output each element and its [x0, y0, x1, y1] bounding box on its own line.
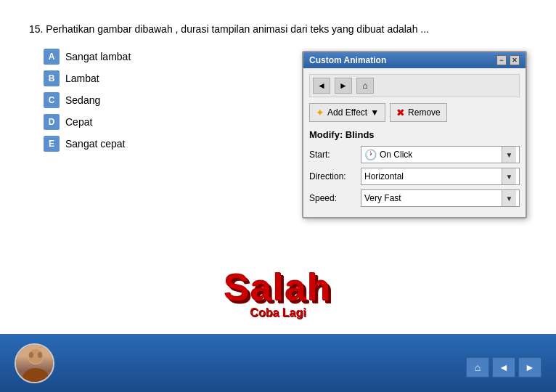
- add-effect-label: Add Effect: [327, 107, 367, 118]
- answer-text-e: Sangat cepat: [65, 138, 126, 150]
- direction-select[interactable]: Horizontal ▼: [361, 168, 520, 185]
- next-nav-button[interactable]: ►: [518, 357, 541, 377]
- clock-icon: 🕐: [364, 149, 377, 160]
- effect-buttons-row: ✦ Add Effect ▼ ✖ Remove: [309, 103, 520, 122]
- direction-label: Direction:: [309, 171, 356, 181]
- answer-text-b: Lambat: [65, 73, 99, 84]
- svg-point-3: [29, 352, 33, 358]
- start-dropdown-arrow[interactable]: ▼: [502, 147, 516, 163]
- salah-text: Salah: [224, 266, 332, 309]
- speed-value: Very Fast: [364, 193, 499, 203]
- home-icon: ⌂: [475, 362, 481, 373]
- start-select[interactable]: 🕐 On Click ▼: [361, 146, 520, 163]
- dialog-title: Custom Animation: [309, 55, 386, 65]
- home-nav-button[interactable]: ⌂: [466, 357, 489, 377]
- question-body: Perhatikan gambar dibawah , durasi tampi…: [46, 23, 429, 35]
- star-icon: ✦: [316, 107, 324, 118]
- speed-select[interactable]: Very Fast ▼: [361, 189, 520, 207]
- avatar-face: [16, 345, 53, 382]
- start-label: Start:: [309, 150, 356, 160]
- svg-point-4: [38, 352, 42, 358]
- dialog-titlebar: Custom Animation − ✕: [303, 52, 526, 68]
- start-value: On Click: [380, 150, 499, 160]
- salah-text-wrapper: Salah Salah: [224, 266, 332, 309]
- speed-label: Speed:: [309, 193, 356, 203]
- back-button[interactable]: ◄: [313, 78, 330, 94]
- dropdown-arrow-icon: ▼: [370, 107, 379, 118]
- answer-label-c: C: [44, 92, 60, 108]
- remove-button[interactable]: ✖ Remove: [390, 103, 447, 122]
- start-row: Start: 🕐 On Click ▼: [309, 146, 520, 163]
- add-effect-button[interactable]: ✦ Add Effect ▼: [309, 103, 385, 122]
- question-text: 15. Perhatikan gambar dibawah , durasi t…: [29, 22, 527, 37]
- speed-dropdown-arrow[interactable]: ▼: [502, 190, 516, 206]
- answer-label-a: A: [44, 49, 60, 65]
- direction-dropdown-arrow[interactable]: ▼: [502, 168, 516, 184]
- answer-label-e: E: [44, 136, 60, 152]
- bottom-bar: ⌂ ◄ ►: [0, 334, 556, 392]
- x-icon: ✖: [396, 107, 405, 118]
- answer-text-d: Cepat: [65, 116, 92, 128]
- prev-icon: ◄: [499, 362, 509, 373]
- answer-text-c: Sedang: [65, 94, 100, 106]
- custom-animation-dialog: Custom Animation − ✕ ◄ ► ⌂ ✦ Add Effect …: [302, 51, 527, 219]
- dialog-body: ◄ ► ⌂ ✦ Add Effect ▼ ✖ Remove Modify: Bl…: [303, 68, 526, 217]
- home-button[interactable]: ⌂: [356, 78, 374, 94]
- direction-row: Direction: Horizontal ▼: [309, 168, 520, 185]
- svg-point-1: [23, 368, 49, 383]
- remove-label: Remove: [408, 107, 441, 118]
- close-button[interactable]: ✕: [510, 55, 520, 65]
- answer-text-a: Sangat lambat: [65, 51, 131, 62]
- answer-label-d: D: [44, 114, 60, 130]
- dialog-controls: − ✕: [496, 55, 520, 65]
- speed-row: Speed: Very Fast ▼: [309, 189, 520, 207]
- direction-value: Horizontal: [364, 171, 499, 181]
- next-icon: ►: [525, 362, 535, 373]
- prev-nav-button[interactable]: ◄: [492, 357, 515, 377]
- modify-label: Modify: Blinds: [309, 129, 520, 140]
- minimize-button[interactable]: −: [496, 55, 507, 65]
- dialog-toolbar: ◄ ► ⌂: [309, 74, 520, 97]
- nav-buttons: ⌂ ◄ ►: [466, 357, 541, 377]
- answer-label-b: B: [44, 70, 60, 86]
- avatar: [15, 343, 54, 383]
- question-number: 15.: [29, 23, 43, 35]
- result-container: Salah Salah Coba Lagi: [224, 266, 332, 319]
- forward-button[interactable]: ►: [335, 78, 352, 94]
